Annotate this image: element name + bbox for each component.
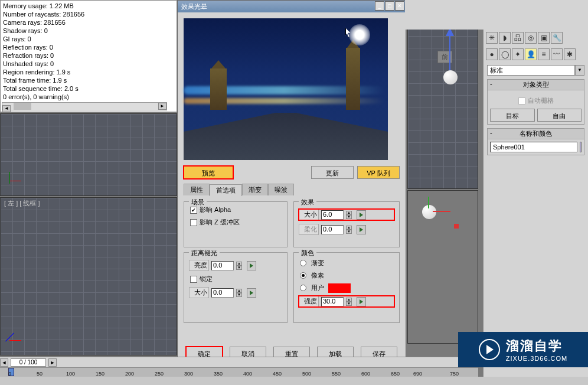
soften-spinner[interactable]: ▲▼ (346, 226, 352, 234)
lock-checkbox[interactable] (190, 276, 197, 283)
scroll-thumb[interactable] (14, 103, 31, 110)
stats-line: 0 error(s), 0 warning(s) (3, 93, 174, 101)
helpers-icon[interactable]: ≡ (538, 48, 550, 60)
watermark: 溜溜自学 ZIXUE.3D66.COM (458, 332, 588, 367)
create-tab-icon[interactable]: ✳ (486, 32, 498, 44)
category-dropdown[interactable]: 标准 ▼ (487, 65, 584, 76)
size-spinner[interactable]: ▲▼ (346, 211, 352, 219)
autogrid-checkbox[interactable] (518, 97, 525, 105)
scroll-left-icon[interactable]: ◄ (2, 105, 11, 112)
radio-user[interactable] (300, 285, 306, 291)
soften-input[interactable]: 0.0 (321, 225, 344, 234)
object-name-input[interactable] (490, 142, 577, 152)
radio-gradient[interactable] (300, 260, 306, 266)
ruler-tick: 350 (214, 371, 223, 377)
viewport-perspective[interactable] (407, 190, 478, 344)
time-ruler[interactable]: 0 50 100 150 200 250 300 350 400 450 500… (0, 367, 478, 377)
tab-properties[interactable]: 属性 (184, 184, 210, 195)
utilities-tab-icon[interactable]: 🔧 (551, 32, 563, 44)
intensity-input[interactable]: 30.0 (321, 297, 344, 306)
close-icon[interactable]: ✕ (395, 1, 404, 11)
render-stats-panel: Memory usage: 1.22 MB Number of raycasts… (0, 0, 177, 112)
update-button[interactable]: 更新 (311, 166, 354, 179)
stats-line: Total sequence time: 2.0 s (3, 84, 174, 93)
viewport-top-left[interactable] (0, 113, 177, 196)
dialog-titlebar[interactable]: 效果光晕 _ □ ✕ (178, 1, 406, 12)
watermark-logo-icon (479, 339, 500, 360)
color-swatch[interactable] (329, 284, 350, 292)
motion-tab-icon[interactable]: ◎ (525, 32, 537, 44)
dist-size-label: 大小 (189, 287, 209, 298)
affect-alpha-checkbox[interactable]: ✔ (190, 207, 197, 214)
preview-image (184, 18, 388, 160)
ruler-tick: 300 (184, 371, 193, 377)
radio-pixel[interactable] (300, 272, 306, 279)
dist-size-assign-button[interactable] (247, 288, 256, 298)
stats-line: Region rendering: 1.9 s (3, 68, 174, 76)
size-assign-button[interactable] (357, 210, 366, 220)
stats-scrollbar[interactable]: ◄ ► (2, 102, 167, 110)
ruler-tick: 750 (450, 371, 459, 377)
maximize-icon[interactable]: □ (385, 1, 394, 11)
chevron-down-icon[interactable]: ▼ (575, 65, 584, 76)
frame-display: 0 / 100 (11, 358, 46, 367)
stats-line: Unshaded rays: 0 (3, 60, 174, 68)
size-input[interactable]: 6.0 (321, 210, 344, 220)
glow-effect-dialog: 效果光晕 _ □ ✕ 预览 更新 VP 队列 属性 首选项 渐变 噪波 场景 ✔… (177, 0, 406, 366)
timeline-bar[interactable]: ◄ 0 / 100 ► (0, 357, 478, 367)
timeline-prev-icon[interactable]: ◄ (0, 358, 8, 367)
rollout-toggle-icon[interactable]: - (490, 80, 492, 87)
ruler-tick: 0 (8, 371, 11, 377)
timeline-next-icon[interactable]: ► (48, 358, 57, 367)
dialog-title-text: 效果光晕 (181, 2, 207, 11)
rollout-toggle-icon[interactable]: - (490, 129, 492, 136)
scroll-right-icon[interactable]: ► (158, 103, 166, 110)
free-button[interactable]: 自由 (537, 109, 582, 122)
dist-size-input[interactable]: 0.0 (211, 288, 234, 298)
tab-preferences[interactable]: 首选项 (210, 184, 242, 196)
shapes-icon[interactable]: ◯ (499, 48, 511, 60)
dialog-tabs: 属性 首选项 渐变 噪波 (178, 181, 406, 195)
dropdown-value: 标准 (487, 65, 575, 76)
affect-z-checkbox[interactable] (190, 219, 197, 226)
ruler-tick: 150 (96, 371, 104, 377)
radio-user-label: 用户 (311, 283, 324, 292)
ruler-tick: 200 (125, 371, 134, 377)
name-color-rollout: -名称和颜色 (487, 128, 584, 155)
command-panel: ✳ ◗ 品 ◎ ▣ 🔧 ● ◯ ✦ 👤 ≡ 〰 ✱ 标准 ▼ -对象类型 自动栅… (483, 30, 588, 378)
intensity-label: 强度 (299, 296, 319, 307)
viewport-left[interactable]: [ 左 ] [ 线框 ] (0, 197, 177, 355)
intensity-spinner[interactable]: ▲▼ (346, 298, 352, 306)
minimize-icon[interactable]: _ (375, 1, 384, 11)
brightness-assign-button[interactable] (247, 261, 256, 270)
geometry-icon[interactable]: ● (486, 48, 498, 60)
soften-label: 柔化 (299, 224, 319, 235)
cameras-icon[interactable]: 👤 (525, 48, 537, 60)
rollout-title: 名称和颜色 (520, 130, 552, 137)
dist-size-spinner[interactable]: ▲▼ (236, 289, 242, 297)
vp-queue-button[interactable]: VP 队列 (357, 166, 400, 179)
object-color-swatch[interactable] (580, 142, 582, 152)
viewport-label: [ 左 ] [ 线框 ] (1, 198, 177, 209)
intensity-assign-button[interactable] (357, 297, 366, 306)
display-tab-icon[interactable]: ▣ (538, 32, 550, 44)
systems-icon[interactable]: ✱ (564, 48, 576, 60)
tab-noise[interactable]: 噪波 (268, 184, 294, 195)
space-warps-icon[interactable]: 〰 (551, 48, 563, 60)
brightness-spinner[interactable]: ▲▼ (236, 262, 242, 270)
lights-icon[interactable]: ✦ (512, 48, 524, 60)
axis-gizmo-icon (6, 331, 24, 349)
modify-tab-icon[interactable]: ◗ (499, 32, 511, 44)
hierarchy-tab-icon[interactable]: 品 (512, 32, 524, 44)
target-button[interactable]: 目标 (490, 109, 535, 122)
stats-line: Camera rays: 281656 (3, 18, 174, 27)
tab-gradient[interactable]: 渐变 (242, 184, 268, 195)
effect-group: 效果 大小 6.0 ▲▼ 柔化 0.0 ▲▼ (293, 201, 400, 247)
soften-assign-button[interactable] (357, 225, 366, 234)
brightness-input[interactable]: 0.0 (211, 261, 234, 270)
axis-gizmo-icon (6, 172, 24, 190)
ruler-tick: 650 (391, 371, 400, 377)
autogrid-label: 自动栅格 (528, 96, 554, 105)
effect-legend: 效果 (299, 198, 316, 207)
preview-button[interactable]: 预览 (184, 166, 233, 179)
